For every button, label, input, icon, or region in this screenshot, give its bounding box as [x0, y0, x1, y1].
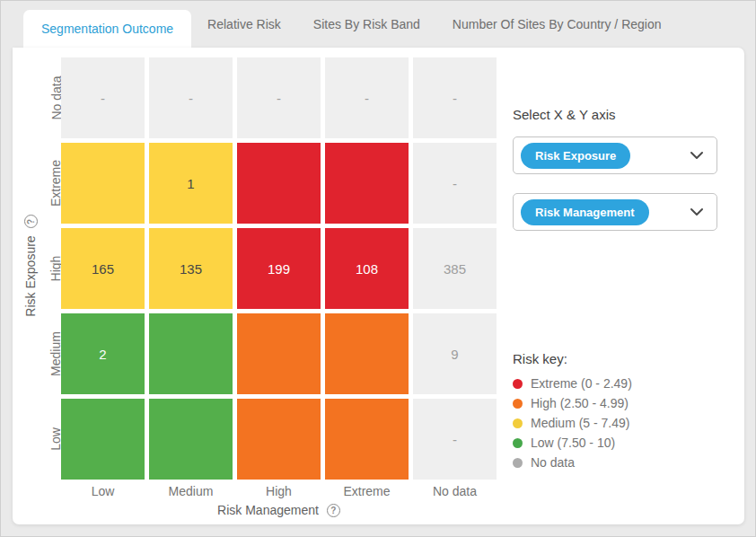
- tab-segmentation-outcome[interactable]: Segmentation Outcome: [23, 10, 191, 48]
- x-axis-help-icon[interactable]: ?: [327, 504, 340, 517]
- heatmap-cell[interactable]: 108: [325, 228, 409, 309]
- heatmap-cell[interactable]: [61, 143, 145, 224]
- risk-key-item-high: High (2.50 - 4.99): [513, 393, 632, 413]
- heatmap-cell[interactable]: 2: [61, 313, 145, 394]
- x-axis-labels: LowMediumHighExtremeNo data: [61, 484, 497, 498]
- legend-dot-icon: [513, 379, 523, 389]
- axis-selector-title: Select X & Y axis: [513, 107, 616, 122]
- heatmap-cell[interactable]: -: [413, 143, 497, 224]
- tab-sites-by-risk-band[interactable]: Sites By Risk Band: [297, 1, 436, 48]
- heatmap-cell[interactable]: -: [61, 57, 145, 138]
- legend-dot-icon: [513, 438, 523, 448]
- heatmap-cell[interactable]: -: [149, 57, 233, 138]
- legend-dot-icon: [513, 418, 523, 428]
- risk-key-items: Extreme (0 - 2.49)High (2.50 - 4.99)Medi…: [513, 374, 632, 472]
- app-window: Segmentation OutcomeRelative RiskSites B…: [0, 0, 756, 537]
- heatmap-cell[interactable]: 385: [413, 228, 497, 309]
- x-axis-title-label: Risk Management: [217, 503, 319, 517]
- y-axis-select[interactable]: Risk Exposure: [513, 136, 717, 174]
- x-axis-select-pill[interactable]: Risk Management: [521, 199, 649, 225]
- heatmap-cell[interactable]: -: [237, 57, 321, 138]
- y-axis-labels: No dataExtremeHighMediumLow: [32, 57, 59, 480]
- heatmap-cell[interactable]: -: [413, 399, 497, 480]
- x-axis-select[interactable]: Risk Management: [513, 193, 717, 231]
- risk-key-item-low: Low (7.50 - 10): [513, 433, 632, 453]
- risk-key-legend: Risk key: Extreme (0 - 2.49)High (2.50 -…: [513, 351, 632, 472]
- y-axis-select-pill[interactable]: Risk Exposure: [521, 143, 630, 169]
- risk-key-item-medium: Medium (5 - 7.49): [513, 413, 632, 433]
- heatmap-cell[interactable]: [237, 399, 321, 480]
- heatmap-cell[interactable]: -: [413, 57, 497, 138]
- segmentation-panel: Risk Exposure ? No dataExtremeHighMedium…: [13, 48, 744, 524]
- heatmap-cell[interactable]: [325, 313, 409, 394]
- heatmap-cell[interactable]: [237, 143, 321, 224]
- chevron-down-icon: [690, 207, 704, 216]
- heatmap-cell[interactable]: 135: [149, 228, 233, 309]
- x-axis-label-medium: Medium: [149, 484, 233, 498]
- heatmap-cell[interactable]: [237, 313, 321, 394]
- heatmap-cell[interactable]: [325, 143, 409, 224]
- legend-dot-icon: [513, 458, 523, 468]
- risk-key-item-no: No data: [513, 453, 632, 472]
- tab-bar: Segmentation OutcomeRelative RiskSites B…: [1, 1, 755, 48]
- x-axis-label-extreme: Extreme: [325, 484, 409, 498]
- risk-key-title: Risk key:: [513, 351, 632, 366]
- x-axis-label-low: Low: [61, 484, 145, 498]
- heatmap-grid: -----1-16513519910838529-: [61, 57, 497, 480]
- heatmap-cell[interactable]: [325, 399, 409, 480]
- heatmap-cell[interactable]: 165: [61, 228, 145, 309]
- heatmap-cell[interactable]: [149, 399, 233, 480]
- x-axis-label-no-data: No data: [413, 484, 497, 498]
- heatmap-cell[interactable]: 9: [413, 313, 497, 394]
- x-axis-title: Risk Management ?: [61, 503, 497, 517]
- x-axis-label-high: High: [237, 484, 321, 498]
- tab-number-of-sites-by-country-region[interactable]: Number Of Sites By Country / Region: [436, 1, 678, 48]
- heatmap-cell[interactable]: -: [325, 57, 409, 138]
- risk-key-item-extreme: Extreme (0 - 2.49): [513, 374, 632, 393]
- heatmap-cell[interactable]: [149, 313, 233, 394]
- legend-dot-icon: [513, 399, 523, 409]
- chevron-down-icon: [690, 151, 704, 160]
- heatmap-cell[interactable]: 1: [149, 143, 233, 224]
- heatmap-cell[interactable]: 199: [237, 228, 321, 309]
- heatmap-cell[interactable]: [61, 399, 145, 480]
- tab-relative-risk[interactable]: Relative Risk: [191, 1, 297, 48]
